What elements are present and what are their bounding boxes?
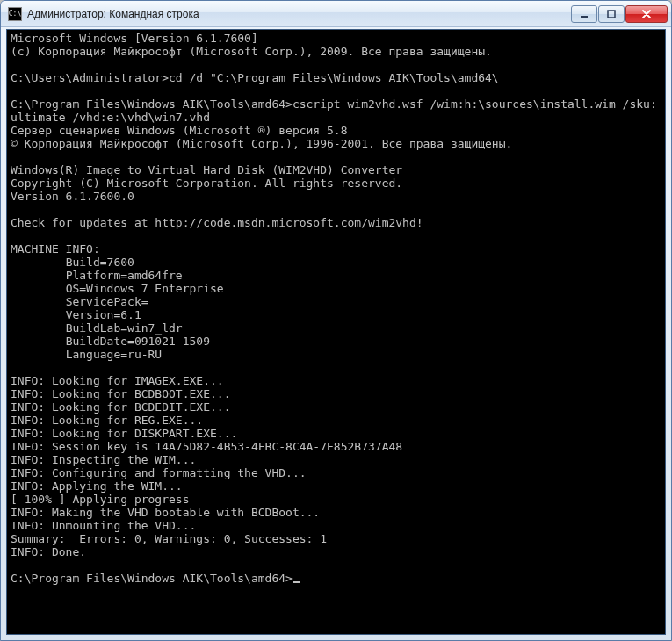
console-line: Microsoft Windows [Version 6.1.7600]	[11, 32, 258, 45]
console-line: Сервер сценариев Windows (Microsoft ®) в…	[11, 124, 348, 137]
console-output[interactable]: Microsoft Windows [Version 6.1.7600] (c)…	[7, 30, 665, 634]
svg-rect-0	[581, 16, 588, 18]
maximize-button[interactable]	[598, 5, 625, 23]
window-controls	[571, 5, 668, 23]
console-line: INFO: Applying the WIM...	[11, 479, 183, 493]
console-line: Version 6.1.7600.0	[11, 190, 134, 203]
console-line: © Корпорация Майкрософт (Microsoft Corp.…	[11, 137, 512, 150]
console-line: C:\Program Files\Windows AIK\Tools\amd64…	[11, 97, 657, 124]
console-line: INFO: Looking for BCDEDIT.EXE...	[11, 400, 230, 414]
console-line: Windows(R) Image to Virtual Hard Disk (W…	[11, 163, 402, 176]
console-line: INFO: Configuring and formatting the VHD…	[11, 466, 307, 479]
window-title: Администратор: Командная строка	[27, 8, 571, 20]
console-line: Language=ru-RU	[11, 348, 162, 361]
console-line: INFO: Done.	[11, 545, 86, 558]
command-prompt-window: C:\ Администратор: Командная строка Micr…	[0, 0, 672, 641]
console-line: Copyright (C) Microsoft Corporation. All…	[11, 176, 402, 190]
close-button[interactable]	[625, 5, 668, 23]
console-line: INFO: Looking for DISKPART.EXE...	[11, 427, 237, 440]
console-frame: Microsoft Windows [Version 6.1.7600] (c)…	[6, 29, 666, 635]
minimize-icon	[580, 10, 589, 18]
console-line: MACHINE INFO:	[11, 242, 100, 256]
maximize-icon	[607, 10, 616, 18]
titlebar[interactable]: C:\ Администратор: Командная строка	[1, 1, 671, 27]
console-line: C:\Users\Administrator>cd /d "C:\Program…	[11, 71, 499, 84]
console-line: INFO: Looking for REG.EXE...	[11, 414, 203, 427]
console-line: OS=Windows 7 Enterprise	[11, 282, 224, 295]
console-line: INFO: Looking for IMAGEX.EXE...	[11, 374, 224, 387]
cursor	[293, 581, 300, 583]
console-line: INFO: Unmounting the VHD...	[11, 519, 196, 532]
console-line: Summary: Errors: 0, Warnings: 0, Success…	[11, 532, 327, 545]
console-line: BuildLab=win7_ldr	[11, 321, 183, 335]
console-line: INFO: Inspecting the WIM...	[11, 453, 196, 466]
minimize-button[interactable]	[571, 5, 597, 23]
console-line: [ 100% ] Applying progress	[11, 493, 190, 506]
console-line: (c) Корпорация Майкрософт (Microsoft Cor…	[11, 45, 492, 58]
console-line: INFO: Looking for BCDBOOT.EXE...	[11, 387, 230, 400]
app-icon: C:\	[8, 7, 22, 21]
console-line: INFO: Session key is 14A75D82-4B53-4FBC-…	[11, 440, 402, 453]
console-line: INFO: Making the VHD bootable with BCDBo…	[11, 506, 320, 519]
svg-rect-1	[608, 11, 615, 18]
console-line: Check for updates at http://code.msdn.mi…	[11, 216, 423, 229]
console-line: BuildDate=091021-1509	[11, 335, 210, 348]
console-line: Platform=amd64fre	[11, 269, 183, 282]
console-line: Build=7600	[11, 256, 134, 269]
close-icon	[641, 10, 652, 18]
console-line: ServicePack=	[11, 295, 148, 308]
console-line: C:\Program Files\Windows AIK\Tools\amd64…	[11, 572, 293, 585]
console-line: Version=6.1	[11, 308, 141, 321]
